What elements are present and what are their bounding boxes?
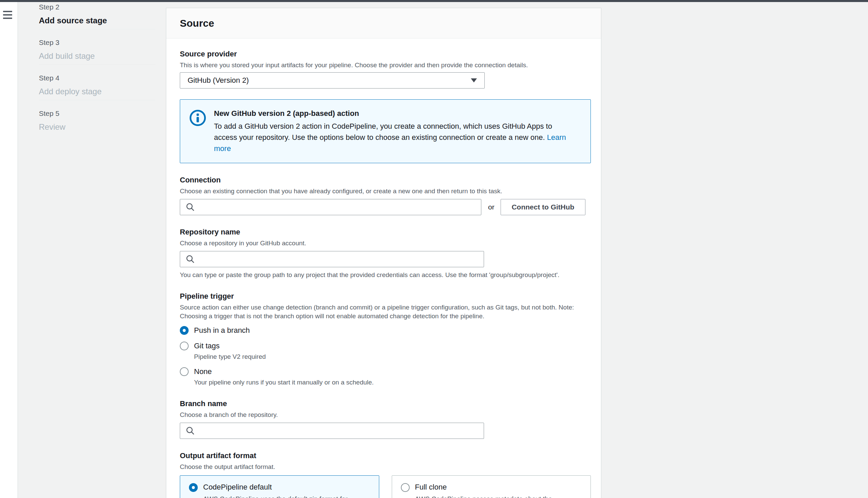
branch-name-label: Branch name bbox=[180, 399, 591, 408]
repository-name-label: Repository name bbox=[180, 227, 591, 237]
pipeline-trigger-label: Pipeline trigger bbox=[180, 291, 591, 301]
branch-search-box bbox=[180, 423, 484, 439]
tile-description: AWS CodePipeline passes metadata about t… bbox=[415, 494, 582, 498]
step-item-review: Step 5 Review bbox=[39, 109, 155, 135]
pipeline-trigger-description-line1: Source action can either use change dete… bbox=[180, 303, 591, 312]
step-number-label: Step 5 bbox=[39, 109, 155, 118]
search-icon bbox=[185, 202, 195, 212]
step-item-add-deploy-stage: Step 4 Add deploy stage bbox=[39, 74, 155, 100]
repository-search-input[interactable] bbox=[195, 251, 484, 267]
branch-name-description: Choose a branch of the repository. bbox=[180, 410, 591, 419]
connection-search-input[interactable] bbox=[195, 199, 481, 215]
source-panel-header: Source bbox=[166, 8, 601, 39]
step-name: Add deploy stage bbox=[39, 87, 155, 97]
tile-description: AWS CodePipeline uses the default zip fo… bbox=[203, 494, 370, 498]
wizard-steps-nav: Step 2 Add source stage Step 3 Add build… bbox=[39, 3, 155, 144]
source-provider-label: Source provider bbox=[180, 49, 591, 59]
connection-description: Choose an existing connection that you h… bbox=[180, 187, 591, 196]
search-icon bbox=[185, 254, 195, 264]
info-banner-content: New GitHub version 2 (app-based) action … bbox=[214, 108, 575, 154]
radio-selected-icon[interactable] bbox=[180, 326, 189, 335]
info-banner-text: To add a GitHub version 2 action in Code… bbox=[214, 122, 552, 142]
pipeline-trigger-description-line2: Choosing a trigger that is not the branc… bbox=[180, 312, 591, 320]
radio-option-description: Your pipeline only runs if you start it … bbox=[194, 378, 591, 387]
console-top-nav-edge bbox=[0, 0, 868, 2]
source-provider-field: Source provider This is where you stored… bbox=[180, 49, 591, 89]
pipeline-trigger-field: Pipeline trigger Source action can eithe… bbox=[180, 291, 591, 387]
step-number-label: Step 2 bbox=[39, 3, 155, 12]
connection-row: or Connect to GitHub bbox=[180, 199, 591, 215]
connection-label: Connection bbox=[180, 175, 591, 185]
trigger-option-git-tags: Git tags Pipeline type V2 required bbox=[180, 341, 591, 361]
tile-title: CodePipeline default bbox=[203, 482, 370, 493]
output-artifact-format-field: Output artifact format Choose the output… bbox=[180, 451, 591, 498]
step-number-label: Step 3 bbox=[39, 38, 155, 47]
trigger-option-none: None Your pipeline only runs if you star… bbox=[180, 367, 591, 387]
search-icon bbox=[185, 426, 195, 435]
github-v2-info-banner: New GitHub version 2 (app-based) action … bbox=[180, 99, 591, 163]
trigger-option-push-in-a-branch: Push in a branch bbox=[180, 325, 591, 336]
step-item-add-build-stage: Step 3 Add build stage bbox=[39, 38, 155, 65]
radio-label: Push in a branch bbox=[194, 325, 250, 336]
repository-name-description: Choose a repository in your GitHub accou… bbox=[180, 239, 591, 248]
info-icon bbox=[190, 110, 206, 126]
radio-option-description: Pipeline type V2 required bbox=[194, 352, 591, 361]
output-format-tiles: CodePipeline default AWS CodePipeline us… bbox=[180, 475, 591, 498]
connect-to-github-button[interactable]: Connect to GitHub bbox=[501, 199, 585, 215]
repository-hint: You can type or paste the group path to … bbox=[180, 271, 591, 279]
info-banner-body: To add a GitHub version 2 action in Code… bbox=[214, 121, 575, 154]
hamburger-bar bbox=[3, 11, 12, 12]
radio-selected-icon[interactable] bbox=[189, 483, 198, 492]
pipeline-trigger-description: Source action can either use change dete… bbox=[180, 303, 591, 320]
hamburger-bar bbox=[3, 14, 12, 15]
output-artifact-format-label: Output artifact format bbox=[180, 451, 591, 460]
panel-title: Source bbox=[180, 17, 214, 29]
connection-field: Connection Choose an existing connection… bbox=[180, 175, 591, 215]
source-provider-description: This is where you stored your input arti… bbox=[180, 61, 591, 69]
connection-search-box bbox=[180, 199, 481, 215]
step-number-label: Step 4 bbox=[39, 74, 155, 82]
tile-codepipeline-default[interactable]: CodePipeline default AWS CodePipeline us… bbox=[180, 475, 379, 498]
tile-content: Full clone AWS CodePipeline passes metad… bbox=[415, 482, 582, 498]
step-item-add-source-stage[interactable]: Step 2 Add source stage bbox=[39, 3, 155, 29]
radio-unselected-icon[interactable] bbox=[401, 483, 410, 492]
branch-name-field: Branch name Choose a branch of the repos… bbox=[180, 399, 591, 439]
source-panel-body: Source provider This is where you stored… bbox=[166, 39, 601, 498]
hamburger-menu-icon[interactable] bbox=[3, 11, 12, 19]
step-name: Add build stage bbox=[39, 51, 155, 61]
radio-label: None bbox=[194, 367, 212, 377]
radio-row[interactable]: Git tags bbox=[180, 341, 591, 351]
source-provider-selected-value: GitHub (Version 2) bbox=[187, 76, 249, 85]
radio-row[interactable]: None bbox=[180, 367, 591, 377]
chevron-down-icon bbox=[471, 78, 477, 82]
radio-label: Git tags bbox=[194, 341, 220, 351]
pipeline-trigger-radio-group: Push in a branch Git tags Pipeline type … bbox=[180, 325, 591, 387]
hamburger-bar bbox=[3, 17, 12, 19]
repository-search-box bbox=[180, 251, 484, 267]
radio-unselected-icon[interactable] bbox=[180, 367, 189, 376]
output-artifact-format-description: Choose the output artifact format. bbox=[180, 462, 591, 471]
side-rail bbox=[0, 2, 18, 498]
source-panel: Source Source provider This is where you… bbox=[166, 8, 601, 498]
step-name: Review bbox=[39, 122, 155, 132]
or-text: or bbox=[488, 203, 494, 211]
branch-search-input[interactable] bbox=[195, 423, 484, 438]
source-provider-select[interactable]: GitHub (Version 2) bbox=[180, 72, 485, 89]
radio-unselected-icon[interactable] bbox=[180, 342, 189, 350]
tile-full-clone[interactable]: Full clone AWS CodePipeline passes metad… bbox=[392, 475, 591, 498]
tile-title: Full clone bbox=[415, 482, 582, 493]
repository-name-field: Repository name Choose a repository in y… bbox=[180, 227, 591, 279]
radio-row[interactable]: Push in a branch bbox=[180, 325, 591, 336]
tile-content: CodePipeline default AWS CodePipeline us… bbox=[203, 482, 370, 498]
info-banner-title: New GitHub version 2 (app-based) action bbox=[214, 108, 575, 119]
step-name: Add source stage bbox=[39, 15, 155, 26]
